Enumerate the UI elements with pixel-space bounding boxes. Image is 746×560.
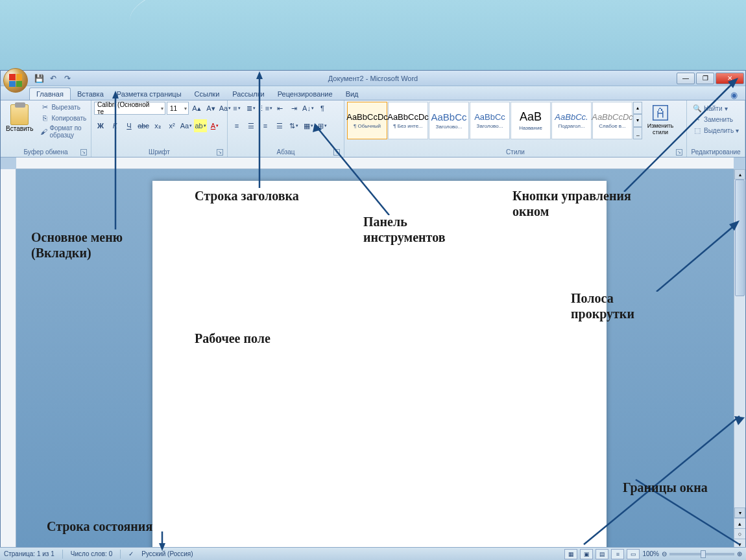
italic-button[interactable]: К: [108, 119, 121, 132]
style-heading2[interactable]: AaBbCcЗаголово...: [470, 102, 510, 139]
group-styles: AaBbCcDc¶ Обычный AaBbCcDc¶ Без инте... …: [344, 100, 687, 157]
group-font: Calibri (Основной те 11 A▴ A▾ Aa Ж К Ч a…: [91, 100, 228, 157]
multilevel-button[interactable]: ⋮≡: [259, 102, 272, 115]
font-size-combo[interactable]: 11: [167, 102, 189, 115]
show-marks-button[interactable]: ¶: [316, 102, 329, 115]
tab-insert[interactable]: Вставка: [71, 88, 110, 100]
document-viewport[interactable]: [16, 169, 734, 549]
style-subtitle[interactable]: AaBbCc.Подзагол...: [551, 102, 592, 139]
minimize-button[interactable]: —: [677, 73, 695, 84]
scroll-thumb[interactable]: [735, 180, 745, 296]
redo-button[interactable]: ↷: [62, 73, 73, 84]
paste-icon: [10, 104, 29, 125]
group-label-font: Шрифт↘: [94, 147, 224, 157]
styles-launcher[interactable]: ↘: [676, 149, 682, 156]
gallery-more[interactable]: ⎯: [633, 127, 642, 139]
font-family-combo[interactable]: Calibri (Основной те: [94, 102, 165, 115]
align-left-button[interactable]: ≡: [230, 119, 243, 132]
ribbon-tabs: Главная Вставка Разметка страницы Ссылки…: [1, 86, 745, 100]
full-screen-view[interactable]: ▣: [580, 549, 593, 559]
underline-button[interactable]: Ч: [123, 119, 136, 132]
shading-button[interactable]: ▦: [302, 119, 315, 132]
office-button[interactable]: [3, 68, 28, 93]
sort-button[interactable]: A↓: [302, 102, 315, 115]
select-button[interactable]: ⬚Выделить ▾: [691, 125, 741, 135]
subscript-button[interactable]: x₂: [151, 119, 164, 132]
status-page[interactable]: Страница: 1 из 1: [4, 550, 54, 557]
vertical-ruler[interactable]: [1, 169, 16, 549]
style-heading1[interactable]: AaBbCcЗаголово...: [429, 102, 469, 139]
borders-button[interactable]: ⊞: [316, 119, 329, 132]
tab-references[interactable]: Ссылки: [188, 88, 226, 100]
draft-view[interactable]: ▭: [627, 549, 640, 559]
title-bar[interactable]: 💾 ↶ ↷ Документ2 - Microsoft Word — ❐ ✕: [1, 71, 745, 86]
highlight-button[interactable]: ab: [194, 119, 207, 132]
document-page[interactable]: [152, 181, 607, 549]
tab-review[interactable]: Рецензирование: [271, 88, 339, 100]
status-language[interactable]: Русский (Россия): [141, 550, 193, 557]
style-no-spacing[interactable]: AaBbCcDc¶ Без инте...: [388, 102, 428, 139]
replace-icon: ↔: [693, 115, 702, 124]
zoom-label[interactable]: 100%: [642, 550, 659, 557]
shrink-font-button[interactable]: A▾: [204, 102, 217, 115]
tab-home[interactable]: Главная: [29, 88, 71, 100]
maximize-button[interactable]: ❐: [696, 73, 714, 84]
line-spacing-button[interactable]: ⇅: [287, 119, 300, 132]
gallery-up[interactable]: ▴: [633, 102, 642, 114]
prev-page-button[interactable]: ▴: [734, 518, 745, 528]
undo-button[interactable]: ↶: [47, 73, 59, 84]
copy-button[interactable]: ⎘Копировать: [38, 113, 88, 123]
indent-inc-button[interactable]: ⇥: [287, 102, 300, 115]
outline-view[interactable]: ≡: [611, 549, 624, 559]
zoom-in-button[interactable]: ⊕: [737, 550, 742, 557]
justify-button[interactable]: ☰: [273, 119, 286, 132]
style-subtle[interactable]: AaBbCcDcСлабое в...: [592, 102, 632, 139]
gallery-scroll: ▴ ▾ ⎯: [633, 102, 642, 139]
status-words[interactable]: Число слов: 0: [71, 550, 112, 557]
zoom-thumb[interactable]: [701, 550, 706, 558]
help-icon[interactable]: ◉: [730, 90, 738, 100]
indent-dec-button[interactable]: ⇤: [273, 102, 286, 115]
align-center-button[interactable]: ☰: [245, 119, 258, 132]
find-button[interactable]: 🔍Найти ▾: [691, 103, 741, 113]
strike-button[interactable]: abc: [137, 119, 150, 132]
font-launcher[interactable]: ↘: [217, 149, 223, 156]
font-color-button[interactable]: A: [208, 119, 221, 132]
zoom-out-button[interactable]: ⊖: [662, 550, 667, 557]
scroll-down-button[interactable]: ▾: [734, 508, 745, 518]
style-normal[interactable]: AaBbCcDc¶ Обычный: [347, 102, 387, 139]
format-painter-button[interactable]: 🖌Формат по образцу: [38, 124, 88, 139]
replace-button[interactable]: ↔Заменить: [691, 114, 741, 124]
find-icon: 🔍: [693, 104, 702, 113]
change-styles-icon: 🄰: [653, 104, 668, 122]
grow-font-button[interactable]: A▴: [190, 102, 203, 115]
bold-button[interactable]: Ж: [94, 119, 107, 132]
cut-button[interactable]: ✂Вырезать: [38, 102, 88, 112]
zoom-slider[interactable]: [669, 553, 734, 555]
superscript-button[interactable]: x²: [165, 119, 178, 132]
horizontal-ruler[interactable]: [16, 158, 734, 169]
style-title[interactable]: АаВНазвание: [511, 102, 551, 139]
web-layout-view[interactable]: ▤: [596, 549, 608, 559]
change-case-button[interactable]: Aa: [180, 119, 193, 132]
paragraph-launcher[interactable]: ↘: [333, 149, 340, 156]
numbering-button[interactable]: ≣: [245, 102, 258, 115]
tab-view[interactable]: Вид: [339, 88, 365, 100]
group-label-editing: Редактирование: [690, 147, 742, 157]
tab-mailings[interactable]: Рассылки: [226, 88, 271, 100]
word-window: 💾 ↶ ↷ Документ2 - Microsoft Word — ❐ ✕ Г…: [0, 70, 746, 550]
paste-button[interactable]: Вставить: [3, 102, 36, 135]
change-styles-button[interactable]: 🄰 Изменить стили: [645, 102, 676, 138]
save-button[interactable]: 💾: [33, 73, 45, 84]
clipboard-launcher[interactable]: ↘: [80, 149, 87, 156]
tab-layout[interactable]: Разметка страницы: [110, 88, 188, 100]
align-right-button[interactable]: ≡: [259, 119, 272, 132]
proofing-icon[interactable]: ✓: [128, 550, 134, 557]
browse-object-button[interactable]: ○: [734, 528, 745, 539]
close-button[interactable]: ✕: [716, 73, 744, 84]
print-layout-view[interactable]: ▦: [564, 549, 577, 559]
bullets-button[interactable]: ≡: [230, 102, 243, 115]
scroll-up-button[interactable]: ▴: [734, 169, 745, 180]
gallery-down[interactable]: ▾: [633, 114, 642, 126]
scroll-track[interactable]: [734, 180, 745, 508]
